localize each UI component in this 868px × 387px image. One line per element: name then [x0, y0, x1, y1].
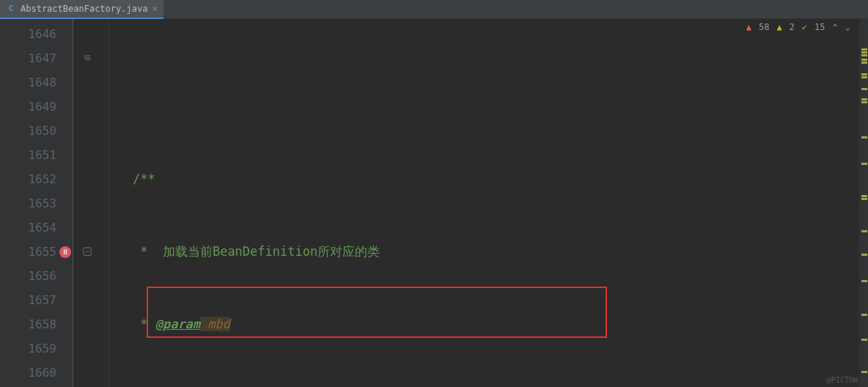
- stripe-marker[interactable]: [861, 54, 867, 56]
- stripe-marker[interactable]: [861, 280, 867, 282]
- line-number: 1652: [0, 167, 56, 191]
- stripe-marker[interactable]: [861, 73, 867, 75]
- line-number: 1648: [0, 70, 56, 95]
- stripe-marker[interactable]: [861, 339, 867, 341]
- code-line: * @param mbd: [103, 312, 868, 336]
- stripe-marker[interactable]: [861, 195, 867, 197]
- line-number: 1646: [0, 22, 56, 46]
- stripe-marker[interactable]: [861, 254, 867, 256]
- chevron-down-icon[interactable]: ⌄: [845, 22, 850, 32]
- stripe-marker[interactable]: [861, 163, 867, 165]
- svg-rect-2: [86, 59, 91, 59]
- line-number: 1651: [0, 143, 56, 167]
- watermark: @PICTOW: [827, 376, 858, 384]
- stripe-marker[interactable]: [861, 88, 867, 90]
- gutter[interactable]: 1646 1647 1648 1649 1650 1651 1652 1653 …: [0, 19, 73, 387]
- java-class-icon: C: [6, 4, 16, 14]
- error-count: 58: [759, 22, 769, 32]
- fold-toggle-icon[interactable]: [73, 46, 103, 70]
- stripe-marker[interactable]: [861, 59, 867, 61]
- line-number: 1659: [0, 336, 56, 361]
- line-number: 1655: [0, 240, 56, 264]
- stripe-marker[interactable]: [861, 198, 867, 200]
- error-stripe[interactable]: [859, 19, 868, 387]
- line-number: 1658: [0, 312, 56, 336]
- svg-rect-0: [84, 57, 91, 58]
- ok-icon: ✔: [802, 22, 807, 32]
- line-number: 1653: [0, 191, 56, 215]
- code-line: * 加载当前BeanDefinition所对应的类: [103, 240, 868, 264]
- line-number: 1647: [0, 46, 56, 70]
- line-number: 1657: [0, 288, 56, 312]
- warning-count: 2: [790, 22, 795, 32]
- svg-rect-4: [86, 251, 89, 251]
- tab-filename: AbstractBeanFactory.java: [21, 4, 147, 14]
- stripe-marker[interactable]: [861, 101, 867, 103]
- fold-minus-icon[interactable]: [73, 240, 103, 264]
- breakpoint-icon[interactable]: ⏸: [58, 240, 73, 264]
- stripe-marker[interactable]: [861, 371, 867, 373]
- fold-column: [73, 19, 103, 387]
- line-number: 1656: [0, 264, 56, 288]
- stripe-marker[interactable]: [861, 230, 867, 232]
- editor: ▲58 ▲2 ✔15 ⌃ ⌄ 1646 1647 1648 1649 1650 …: [0, 19, 868, 387]
- stripe-marker[interactable]: [861, 48, 867, 51]
- stripe-marker[interactable]: [861, 136, 867, 139]
- stripe-marker[interactable]: [861, 62, 867, 64]
- stripe-marker[interactable]: [861, 51, 867, 54]
- stripe-marker[interactable]: [861, 314, 867, 316]
- code-line: [103, 95, 868, 119]
- code-area[interactable]: /** * 加载当前BeanDefinition所对应的类 * @param m…: [103, 19, 868, 387]
- editor-tab[interactable]: C AbstractBeanFactory.java ×: [0, 0, 163, 19]
- code-line: /**: [103, 167, 868, 191]
- svg-rect-1: [84, 55, 91, 56]
- inspection-count: 15: [814, 22, 825, 32]
- stripe-marker[interactable]: [861, 76, 867, 78]
- error-icon: ▲: [746, 22, 751, 32]
- line-number: 1650: [0, 119, 56, 143]
- line-number: 1654: [0, 215, 56, 240]
- line-number: 1660: [0, 361, 56, 385]
- close-icon[interactable]: ×: [152, 3, 158, 14]
- tab-bar: C AbstractBeanFactory.java ×: [0, 0, 868, 19]
- chevron-up-icon[interactable]: ⌃: [833, 22, 838, 32]
- warning-icon: ▲: [776, 22, 781, 32]
- inspection-status[interactable]: ▲58 ▲2 ✔15 ⌃ ⌄: [746, 22, 850, 32]
- stripe-marker[interactable]: [861, 98, 867, 100]
- line-number: 1649: [0, 95, 56, 119]
